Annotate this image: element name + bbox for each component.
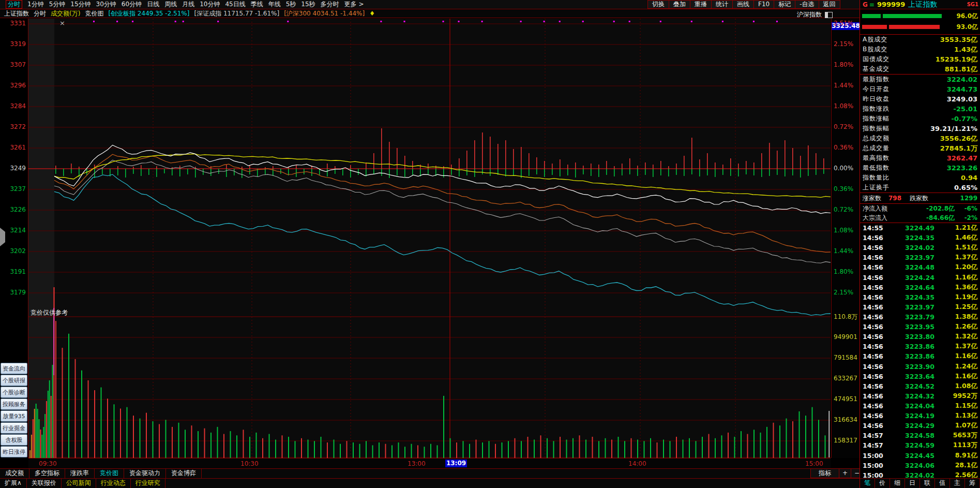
intraday-chart[interactable] <box>28 19 831 460</box>
toolbar-button[interactable]: 返回 <box>819 0 840 9</box>
period-tab[interactable]: 15分钟 <box>70 1 91 8</box>
sidebar-item[interactable]: 含权股 <box>1 434 27 446</box>
indicator-tab[interactable]: 资金博弈 <box>166 469 202 478</box>
down-count: 1299 <box>960 193 977 203</box>
toolbar-button[interactable]: -自选 <box>795 0 819 9</box>
period-tab[interactable]: 45日线 <box>225 1 245 8</box>
index-stat-row: 最低指数3223.26 <box>860 163 980 173</box>
price-axis-label: 3249 <box>1 165 26 172</box>
tick-row: 14:563223.901.24亿 <box>860 362 980 372</box>
extension-tab[interactable]: 扩展∧ <box>0 479 27 488</box>
updown-count-row: 涨家数 798 跌家数 1299 <box>860 193 980 203</box>
period-tab[interactable]: 月线 <box>182 1 194 8</box>
sidebar-item[interactable]: 个股诊断 <box>1 387 27 398</box>
period-tab[interactable]: 15秒 <box>301 1 315 8</box>
sidebar-item[interactable]: 个股研报 <box>1 375 27 386</box>
index-line <box>54 145 831 213</box>
toolbar-button[interactable]: 画线 <box>732 0 754 9</box>
indicator-tab[interactable]: 资金驱动力 <box>124 469 166 478</box>
indicator-tab[interactable]: 竞价图 <box>95 469 124 478</box>
tick-amount: 1113万 <box>935 441 977 450</box>
period-tab[interactable]: 周线 <box>164 1 177 8</box>
indicator-tab[interactable]: 多空指标 <box>29 469 65 478</box>
panel-toggle-icon[interactable] <box>825 12 833 18</box>
sidebar-item[interactable]: 资金流向 <box>1 363 27 374</box>
intraday-chart-svg[interactable] <box>28 19 831 458</box>
stat-label: 指数量比 <box>863 173 889 183</box>
extension-tab[interactable]: 行业研究 <box>131 479 165 488</box>
tick-amount: 1.16亿 <box>935 273 977 282</box>
marker-icon[interactable]: ♦ <box>369 10 375 17</box>
period-tab[interactable]: 60分钟 <box>122 1 142 8</box>
period-tab[interactable]: 季线 <box>251 1 263 8</box>
toolbar-button[interactable]: 统计 <box>711 0 733 9</box>
tick-time: 14:56 <box>863 402 891 410</box>
toolbar-button[interactable]: 切换 <box>647 0 669 9</box>
tick-price: 3224.32 <box>891 392 935 400</box>
chart-period-label[interactable]: 分时 <box>34 9 46 18</box>
index-stat-row: 指数涨跌-25.01 <box>860 104 980 114</box>
sell-strength-row: 93.0亿 <box>862 23 978 31</box>
indicator-controls: 指标+− <box>811 468 863 478</box>
extension-tab[interactable]: 行业动态 <box>96 479 131 488</box>
tick-amount: 1.16亿 <box>935 372 977 381</box>
period-tab[interactable]: 分时 <box>6 0 22 9</box>
toolbar-button[interactable]: 标记 <box>774 0 795 9</box>
auction-chart-label[interactable]: 竞价图 <box>85 9 103 18</box>
sidebar-item[interactable]: 放量935 <box>1 410 27 422</box>
price-axis-label: 3226 <box>1 206 26 213</box>
sidebar-item[interactable]: 行业掘金 <box>1 422 27 434</box>
tick-time: 14:56 <box>863 333 891 341</box>
index-stat-row: 总成交量27845.1万 <box>860 143 980 153</box>
tick-row: 14:573224.585653万 <box>860 431 980 440</box>
stat-value: 3556.26亿 <box>940 134 977 143</box>
tick-price: 3224.48 <box>891 263 935 271</box>
period-tab[interactable]: 10分钟 <box>200 1 220 8</box>
stat-label: 国债成交 <box>863 54 889 64</box>
period-tab[interactable]: 年线 <box>268 1 281 8</box>
indicator-button[interactable]: 指标 <box>810 468 839 478</box>
overlay-index: [深证成指 11715.77 -1.61%] <box>194 10 279 17</box>
period-tab[interactable]: 5秒 <box>286 1 296 8</box>
percent-axis-label: 0.36% <box>834 185 853 193</box>
tick-list[interactable]: 14:553224.491.21亿14:563224.351.46亿14:563… <box>860 223 980 480</box>
period-tab[interactable]: 日线 <box>147 1 159 8</box>
hs-index-switch[interactable]: 沪深指数 <box>797 10 837 19</box>
tick-time: 14:56 <box>863 363 891 371</box>
time-axis-label: 09:30 <box>39 460 57 467</box>
tick-time: 15:00 <box>863 471 891 479</box>
turnover-row: 国债成交15235.19亿 <box>860 54 980 64</box>
tick-amount: 1.20亿 <box>935 263 977 272</box>
time-axis-label: 14:00 <box>628 460 646 467</box>
indicator-tab[interactable]: 涨跌率 <box>65 469 95 478</box>
indicator-tab[interactable]: 成交额 <box>0 469 29 478</box>
tick-time: 14:56 <box>863 234 891 242</box>
tick-price: 3224.24 <box>891 274 935 282</box>
buy-strength-row: 96.0亿 <box>862 12 978 20</box>
stat-value: 3224.02 <box>947 75 977 84</box>
fund-flow-row: 净流入额-202.8亿-6% <box>860 204 980 213</box>
close-icon[interactable]: × <box>59 19 65 27</box>
index-stat-row: 最新指数3224.02 <box>860 75 980 84</box>
period-tab[interactable]: 多分时 <box>321 1 339 8</box>
tick-row: 14:563224.329952万 <box>860 391 980 401</box>
amount-label[interactable]: 成交额(万) <box>51 9 80 18</box>
toolbar-button[interactable]: 重播 <box>690 0 712 9</box>
sidebar-item[interactable]: 投顾服务 <box>1 398 27 410</box>
fund-flow-row: 大宗流入-84.66亿-2% <box>860 213 980 223</box>
period-tab[interactable]: 30分钟 <box>96 1 116 8</box>
time-axis-label: 15:00 <box>805 460 823 467</box>
sidebar-item[interactable]: 昨日涨停 <box>1 446 27 457</box>
extension-tab[interactable]: 关联报价 <box>27 479 62 488</box>
stat-label: 最新指数 <box>863 75 889 84</box>
toolbar-button[interactable]: 叠加 <box>669 0 690 9</box>
menu-icon[interactable]: ≡ <box>869 1 875 8</box>
zoom-in-button[interactable]: + <box>839 468 851 478</box>
period-tab[interactable]: 1分钟 <box>27 1 44 8</box>
period-tab[interactable]: 5分钟 <box>49 1 66 8</box>
chart-plot-area[interactable]: × 竞价仅供参考 <box>28 19 831 458</box>
extension-tab[interactable]: 公司新闻 <box>62 479 96 488</box>
period-tab[interactable]: 更多 > <box>344 1 364 8</box>
stat-value: 39.21/1.21% <box>930 124 977 134</box>
toolbar-button[interactable]: F10 <box>753 0 774 9</box>
